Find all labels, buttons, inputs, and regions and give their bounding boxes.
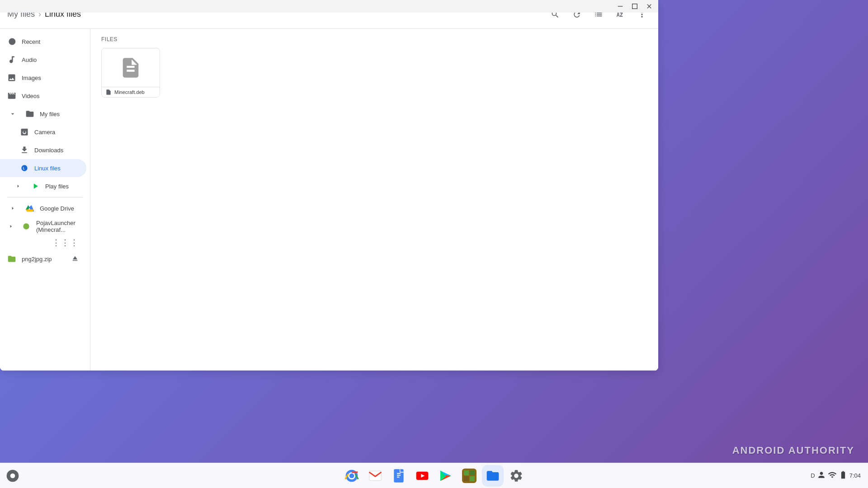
sidebar-item-images-label: Images (22, 75, 41, 81)
wifi-icon[interactable] (828, 470, 837, 481)
downloads-icon (20, 145, 29, 155)
sidebar-item-images[interactable]: Images (0, 69, 86, 87)
taskbar-play-store[interactable] (435, 465, 457, 487)
taskbar-files[interactable] (482, 465, 504, 487)
app-body: Recent Audio Images Vid (0, 29, 658, 371)
sidebar-item-pojav[interactable]: PojavLauncher (Minecraf... (0, 217, 86, 235)
svg-rect-1 (632, 4, 637, 9)
svg-point-5 (23, 223, 29, 229)
sidebar-item-google-drive-label: Google Drive (40, 205, 74, 212)
battery-icon[interactable] (839, 470, 848, 481)
system-tray: D 7:04 (811, 463, 868, 488)
sidebar-item-camera-label: Camera (34, 129, 55, 136)
sidebar-item-png2jpg-label: png2jpg.zip (22, 256, 52, 263)
svg-point-7 (10, 473, 15, 478)
taskbar-settings[interactable] (505, 465, 527, 487)
png2jpg-icon (7, 254, 16, 263)
pojav-icon (22, 222, 31, 231)
launcher-button[interactable] (2, 465, 24, 487)
eject-icon[interactable] (71, 254, 79, 264)
sidebar-item-audio[interactable]: Audio (0, 51, 86, 69)
google-drive-expand-icon[interactable] (7, 203, 18, 214)
play-files-icon (31, 182, 40, 191)
sidebar-item-videos[interactable]: Videos (0, 87, 86, 105)
files-grid: Minecraft.deb (101, 48, 647, 98)
maximize-button[interactable] (627, 0, 642, 14)
file-card-minecraft[interactable]: Minecraft.deb (101, 48, 160, 98)
system-time[interactable]: 7:04 (849, 472, 861, 479)
sidebar-item-google-drive[interactable]: Google Drive (0, 199, 86, 217)
svg-rect-15 (464, 470, 469, 475)
file-icon-area (119, 48, 142, 87)
svg-rect-18 (470, 476, 475, 481)
sidebar-item-linux-files-label: Linux files (34, 165, 61, 172)
tray-icon-person (817, 470, 826, 481)
sidebar-item-my-files-label: My files (40, 111, 60, 117)
videos-icon (7, 91, 16, 100)
sidebar-item-linux-files[interactable]: L Linux files (0, 159, 86, 177)
images-icon (7, 73, 16, 82)
title-bar (0, 0, 658, 13)
sidebar-item-recent[interactable]: Recent (0, 33, 86, 51)
svg-point-10 (349, 473, 354, 478)
app-window: My files › Linux files AZ (0, 0, 658, 371)
pojav-expand-icon[interactable] (7, 221, 14, 232)
taskbar-gmail[interactable] (364, 465, 386, 487)
sidebar-item-camera[interactable]: Camera (0, 123, 86, 141)
svg-text:L: L (23, 166, 25, 170)
google-drive-icon (25, 204, 34, 213)
taskbar-docs[interactable] (388, 465, 410, 487)
audio-icon (7, 55, 16, 64)
sidebar-item-png2jpg[interactable]: png2jpg.zip (0, 250, 86, 268)
sidebar-item-play-files[interactable]: Play files (0, 177, 86, 195)
sidebar-item-audio-label: Audio (22, 56, 37, 63)
sidebar-item-recent-label: Recent (22, 38, 40, 45)
section-label: Files (101, 36, 647, 42)
svg-rect-12 (394, 469, 403, 482)
taskbar-youtube[interactable] (411, 465, 433, 487)
taskbar (0, 463, 868, 488)
sidebar-item-pojav-label: PojavLauncher (Minecraf... (36, 220, 79, 233)
recent-icon (7, 37, 16, 46)
svg-rect-16 (470, 470, 475, 475)
sidebar-divider (7, 197, 83, 197)
taskbar-minecraft[interactable] (458, 465, 480, 487)
svg-rect-17 (464, 476, 469, 481)
my-files-icon (25, 109, 34, 118)
watermark: ANDROID AUTHORITY (732, 445, 854, 456)
close-button[interactable] (642, 0, 656, 14)
more-locations-icon[interactable]: ⋮⋮⋮ (52, 238, 79, 248)
sidebar-item-my-files[interactable]: My files (0, 105, 86, 123)
svg-rect-0 (618, 6, 623, 6)
my-files-expand-icon[interactable] (7, 108, 18, 119)
sidebar-item-downloads-label: Downloads (34, 147, 63, 154)
sidebar-item-play-files-label: Play files (45, 183, 69, 190)
tray-icon-d: D (811, 472, 815, 479)
sidebar-item-downloads[interactable]: Downloads (0, 141, 86, 159)
taskbar-chrome[interactable] (341, 465, 363, 487)
minimize-button[interactable] (613, 0, 627, 14)
sidebar: Recent Audio Images Vid (0, 29, 90, 371)
play-files-expand-icon[interactable] (13, 181, 24, 192)
main-content: Files Minecraft.deb (90, 29, 658, 371)
sidebar-item-videos-label: Videos (22, 93, 40, 99)
file-name: Minecraft.deb (114, 89, 145, 95)
camera-icon (20, 127, 29, 136)
linux-files-icon: L (20, 164, 29, 173)
file-name-bar: Minecraft.deb (102, 87, 160, 97)
